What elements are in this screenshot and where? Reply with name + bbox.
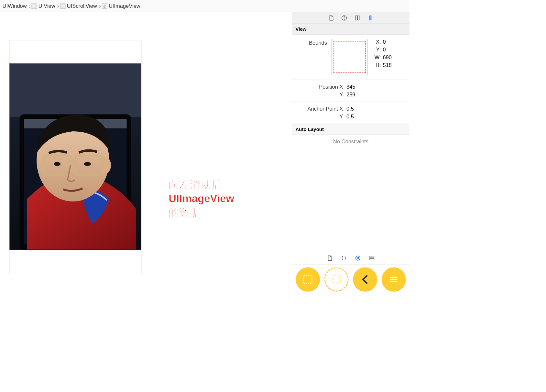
breadcrumb-seg-uiwindow[interactable]: UIWindow — [3, 3, 28, 9]
position-y-label: Y — [296, 92, 347, 98]
bounds-y-value[interactable]: 0 — [383, 47, 386, 53]
no-constraints-text: No Constraints — [292, 135, 410, 149]
svg-rect-17 — [369, 16, 371, 20]
svg-rect-24 — [370, 256, 374, 260]
bounds-w-label: W: — [372, 54, 381, 61]
breadcrumb: UIWindow › UIView › UIScrollView › UIIma… — [0, 0, 410, 12]
inspector-tabbar — [292, 12, 410, 24]
section-header-view: View — [292, 24, 410, 35]
target-library-icon[interactable] — [355, 255, 361, 261]
annotation-text: 向左滑动后 UIImageView的数据 — [169, 178, 236, 219]
breadcrumb-label: UIImageView — [109, 3, 140, 9]
view-icon — [32, 3, 37, 9]
bounds-diagram — [332, 39, 368, 75]
image-icon — [102, 3, 107, 9]
svg-rect-1 — [10, 64, 141, 117]
view-icon — [60, 3, 66, 9]
bounds-x-value[interactable]: 0 — [383, 39, 386, 45]
anchor-y-value[interactable]: 0.5 — [346, 114, 406, 120]
device-frame — [9, 40, 142, 274]
bounds-y-label: Y: — [372, 47, 381, 53]
anchor-x-value[interactable]: 0.5 — [346, 106, 406, 112]
bounds-label: Bounds — [296, 39, 327, 46]
breadcrumb-label: UIView — [38, 3, 55, 9]
position-x-label: Position X — [296, 84, 347, 90]
breadcrumb-seg-uiview[interactable]: UIView — [32, 3, 56, 9]
svg-rect-16 — [358, 16, 359, 20]
library-item-dashed-box[interactable] — [324, 267, 349, 292]
bounds-w-value[interactable]: 690 — [383, 54, 392, 61]
inspector-panel: View Bounds X:0 Y:0 W:690 H:518 Positio — [292, 12, 410, 294]
svg-rect-23 — [357, 257, 359, 259]
library-item-back[interactable] — [353, 267, 377, 292]
size-tab-icon[interactable] — [367, 14, 374, 22]
position-y-value[interactable]: 259 — [346, 92, 406, 98]
uiimageview-preview[interactable] — [9, 63, 141, 250]
list-library-icon[interactable] — [368, 255, 375, 261]
position-section: Position X 345 Y 259 — [292, 80, 410, 102]
help-tab-icon[interactable] — [341, 14, 348, 22]
bounds-row: Bounds X:0 Y:0 W:690 H:518 — [292, 35, 410, 80]
svg-rect-27 — [304, 275, 312, 284]
position-x-value[interactable]: 345 — [346, 84, 406, 90]
bounds-x-label: X: — [372, 39, 381, 45]
anchor-x-label: Anchor Point X — [296, 106, 347, 112]
svg-rect-15 — [355, 16, 357, 20]
svg-point-11 — [54, 162, 60, 166]
svg-rect-28 — [333, 276, 340, 283]
anchor-y-label: Y — [296, 114, 347, 120]
object-library-row — [292, 265, 410, 294]
chevron-right-icon: › — [56, 3, 60, 9]
library-item-lines[interactable] — [382, 267, 406, 292]
anchor-section: Anchor Point X 0.5 Y 0.5 — [292, 102, 410, 124]
library-tabbar — [292, 251, 410, 265]
svg-point-22 — [356, 256, 360, 260]
file-library-icon[interactable] — [326, 255, 333, 261]
file-tab-icon[interactable] — [328, 14, 334, 22]
identity-tab-icon[interactable] — [354, 14, 361, 22]
section-header-autolayout: Auto Layout — [292, 124, 410, 135]
chevron-right-icon: › — [28, 3, 32, 9]
library-item-solid-box[interactable] — [296, 267, 320, 292]
breadcrumb-seg-uiimageview[interactable]: UIImageView — [102, 3, 141, 9]
braces-library-icon[interactable] — [340, 255, 347, 261]
canvas-area[interactable]: 向左滑动后 UIImageView的数据 — [0, 12, 292, 294]
breadcrumb-seg-uiscrollview[interactable]: UIScrollView — [60, 3, 98, 9]
bounds-h-value[interactable]: 518 — [383, 62, 392, 69]
breadcrumb-label: UIScrollView — [67, 3, 97, 9]
svg-point-14 — [344, 19, 344, 19]
svg-point-12 — [84, 162, 91, 166]
chevron-right-icon: › — [98, 3, 102, 9]
bounds-h-label: H: — [372, 62, 381, 69]
breadcrumb-label: UIWindow — [3, 3, 27, 9]
